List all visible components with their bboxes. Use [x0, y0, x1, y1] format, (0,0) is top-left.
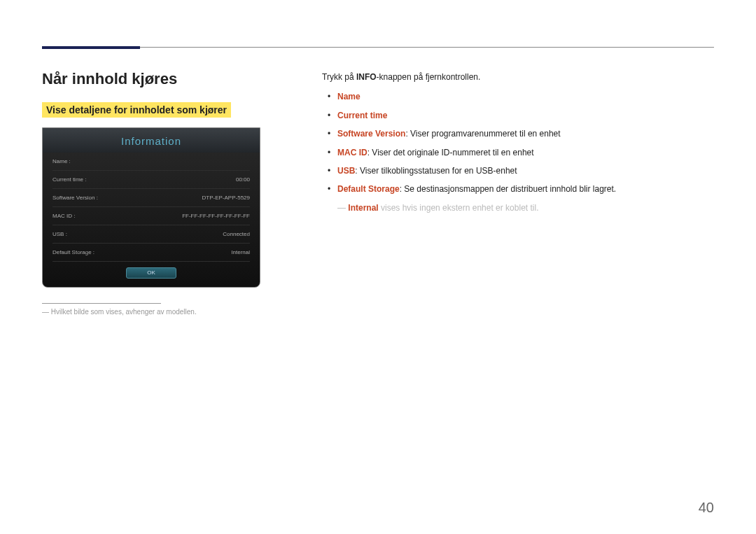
bullet-text: : Viser programvarenummeret til en enhet: [405, 129, 560, 139]
intro-bold: INFO: [356, 72, 377, 82]
bullet-text: : Se destinasjonsmappen der distribuert …: [400, 184, 617, 194]
header-rule: [42, 47, 714, 48]
bullet-label: MAC ID: [337, 148, 368, 157]
bullet-label: USB: [337, 166, 355, 176]
bullet-name: Name: [322, 90, 714, 104]
row-label: Current time :: [52, 176, 86, 183]
info-row-current-time: Current time : 00:00: [52, 171, 250, 189]
note-rule: [42, 303, 161, 304]
bullet-usb: USB: Viser tilkoblingsstatusen for en US…: [322, 164, 714, 178]
bullet-mac-id: MAC ID: Viser det originale ID-nummeret …: [322, 146, 714, 160]
info-row-mac-id: MAC ID : FF-FF-FF-FF-FF-FF-FF-FF: [52, 207, 250, 225]
row-value: DTP-EP-APP-5529: [202, 195, 250, 201]
sub-heading: Vise detaljene for innholdet som kjører: [42, 102, 231, 118]
ok-button[interactable]: OK: [126, 267, 176, 279]
intro-text: Trykk på INFO-knappen på fjernkontrollen…: [322, 70, 714, 84]
panel-title: Information: [43, 128, 260, 153]
panel-note: Hvilket bilde som vises, avhenger av mod…: [42, 308, 280, 316]
bullet-list: Name Current time Software Version: Vise…: [322, 90, 714, 196]
intro-post: -knappen på fjernkontrollen.: [377, 72, 481, 82]
info-row-default-storage: Default Storage : Internal: [52, 244, 250, 262]
bullet-label: Name: [337, 92, 360, 101]
row-value: FF-FF-FF-FF-FF-FF-FF-FF: [182, 213, 250, 219]
internal-subnote: Internal vises hvis ingen ekstern enhet …: [337, 201, 714, 215]
bullet-label: Default Storage: [337, 184, 400, 194]
bullet-text: : Viser tilkoblingsstatusen for en USB-e…: [355, 166, 517, 176]
row-value: Connected: [223, 231, 250, 237]
row-label: USB :: [52, 231, 67, 237]
subnote-rest: vises hvis ingen ekstern enhet er koblet…: [379, 203, 539, 213]
row-label: MAC ID :: [52, 213, 75, 219]
row-label: Software Version :: [52, 195, 98, 201]
row-value: Internal: [231, 249, 250, 255]
info-row-usb: USB : Connected: [52, 225, 250, 244]
row-label: Default Storage :: [52, 249, 94, 255]
bullet-label: Current time: [337, 111, 387, 120]
page-heading: Når innhold kjøres: [42, 70, 280, 88]
info-row-software-version: Software Version : DTP-EP-APP-5529: [52, 189, 250, 207]
bullet-software-version: Software Version: Viser programvarenumme…: [322, 127, 714, 141]
intro-pre: Trykk på: [322, 72, 356, 82]
bullet-text: : Viser det originale ID-nummeret til en…: [368, 148, 534, 157]
bullet-default-storage: Default Storage: Se destinasjonsmappen d…: [322, 182, 714, 196]
row-label: Name :: [52, 158, 71, 164]
page-number: 40: [699, 500, 714, 516]
row-value: 00:00: [236, 176, 250, 183]
information-panel: Information Name : Current time : 00:00 …: [42, 127, 260, 288]
subnote-highlight: Internal: [348, 203, 378, 213]
info-row-name: Name :: [52, 153, 250, 171]
bullet-label: Software Version: [337, 129, 405, 139]
bullet-current-time: Current time: [322, 108, 714, 122]
header-accent: [42, 46, 140, 49]
